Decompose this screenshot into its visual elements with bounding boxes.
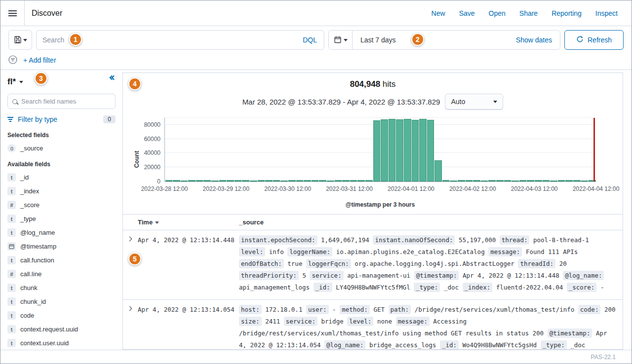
histogram-bar (488, 180, 496, 182)
field-name: call.function (20, 256, 54, 264)
field-item-context.user.uuid[interactable]: tcontext.user.uuid (7, 339, 116, 347)
refresh-button[interactable]: Refresh (564, 30, 624, 50)
histogram-bar (196, 180, 203, 182)
histogram-bar (365, 180, 373, 182)
source-field-name: _type: (541, 340, 567, 350)
histogram-bar (496, 180, 504, 182)
histogram-bar (396, 119, 403, 182)
available-fields-title: Available fields (7, 161, 116, 168)
nav-link-reporting[interactable]: Reporting (552, 9, 582, 17)
histogram-bar (519, 180, 527, 182)
source-field-name: size: (239, 317, 262, 326)
filter-count-badge: 0 (103, 115, 116, 123)
histogram-bar (242, 180, 249, 182)
histogram-chart: Count 020000400006000080000 2022-03-28 1… (164, 117, 596, 208)
doc-table-body: Apr 4, 2022 @ 12:13:14.448instant.epochS… (123, 230, 623, 350)
main: 804,948 hits Mar 28, 2022 @ 13:53:37.829… (122, 70, 632, 350)
version-label: PAS-22.1 (591, 354, 616, 361)
field-item-call.function[interactable]: tcall.function (7, 256, 116, 264)
field-item-@timestamp[interactable]: @timestamp (7, 242, 116, 251)
field-item-call.line[interactable]: #call.line (7, 270, 116, 278)
x-axis-tick-label: 2022-03-30 12:00 (264, 185, 311, 192)
dql-button[interactable]: DQL (296, 36, 324, 44)
field-item-_type[interactable]: t_type (7, 215, 116, 223)
nav-link-inspect[interactable]: Inspect (595, 9, 618, 17)
source-field-name: loggerName: (287, 247, 332, 256)
menu-button[interactable] (0, 0, 25, 26)
field-name: _score (20, 201, 40, 209)
expand-row-icon[interactable] (127, 237, 132, 242)
top-bar: Discover NewSaveOpenShareReportingInspec… (0, 0, 632, 26)
current-time-marker (593, 118, 595, 182)
histogram-bar (527, 180, 534, 182)
nav-link-save[interactable]: Save (459, 9, 475, 17)
field-name: code (20, 312, 34, 319)
histogram-plot: 020000400006000080000 (164, 117, 596, 182)
refresh-label: Refresh (588, 36, 612, 44)
hits-count: 804,948 (350, 79, 380, 89)
field-item-chunk[interactable]: tchunk (7, 284, 116, 292)
time-column-sort-button[interactable]: Time (138, 218, 159, 226)
source-field-name: level: (239, 247, 265, 256)
histogram-bar (165, 180, 173, 182)
source-field-name: service: (310, 271, 343, 280)
source-field-name: @timestamp: (548, 328, 592, 338)
field-item-_score[interactable]: #_score (7, 201, 116, 209)
field-name: _type (20, 215, 36, 222)
source-field-name: service: (284, 317, 317, 326)
nav-link-open[interactable]: Open (489, 9, 506, 17)
field-name: @log_name (20, 229, 55, 236)
histogram-bar (535, 180, 542, 182)
filter-by-type-button[interactable]: Filter by type 0 (7, 115, 116, 123)
field-item-chunk_id[interactable]: tchunk_id (7, 297, 116, 306)
histogram-bar (466, 180, 473, 182)
field-item-_id[interactable]: t_id (7, 173, 116, 182)
field-item-_source[interactable]: { }_source (7, 144, 116, 152)
histogram-bar (550, 181, 557, 182)
time-range-value[interactable]: Last 7 days (360, 36, 396, 44)
number-field-icon: # (7, 201, 16, 209)
saved-query-button[interactable] (8, 30, 32, 50)
callout-badge-2: 2 (411, 33, 424, 46)
source-field-name: user: (306, 305, 329, 314)
field-item-_index[interactable]: t_index (7, 187, 116, 195)
time-range-display: Mar 28, 2022 @ 13:53:37.829 - Apr 4, 202… (242, 98, 440, 106)
calendar-button[interactable] (329, 31, 353, 49)
field-item-@log_name[interactable]: t@log_name (7, 228, 116, 237)
histogram-bar (342, 180, 350, 182)
histogram-bar (296, 180, 304, 182)
histogram-bar (227, 180, 234, 182)
x-axis-tick-label: 2022-03-28 12:00 (141, 185, 188, 192)
hits-row: 804,948 hits (123, 79, 623, 89)
hamburger-icon (8, 13, 17, 14)
string-field-icon: t (7, 311, 16, 320)
row-source: instant.epochSecond: 1,649,067,194 insta… (239, 234, 623, 293)
nav-link-share[interactable]: Share (519, 9, 538, 17)
interval-select[interactable]: Auto (445, 94, 503, 109)
histogram-bar (219, 180, 227, 182)
histogram-bar (273, 180, 280, 182)
expand-row-icon[interactable] (127, 306, 132, 311)
string-field-icon: t (7, 284, 16, 292)
collapse-sidebar-button[interactable] (110, 75, 116, 79)
callout-badge-4: 4 (128, 77, 141, 90)
source-field-name: @timestamp: (414, 271, 459, 280)
x-axis-ticks: 2022-03-28 12:002022-03-29 12:002022-03-… (164, 185, 596, 193)
field-name: chunk (20, 284, 38, 291)
nav-link-new[interactable]: New (432, 9, 445, 17)
source-field-name: _type: (414, 283, 440, 292)
show-dates-link[interactable]: Show dates (516, 36, 560, 44)
string-field-icon: t (7, 325, 16, 333)
field-item-code[interactable]: tcode (7, 311, 116, 320)
index-pattern-select[interactable]: fl* (7, 77, 23, 87)
add-filter-link[interactable]: + Add filter (23, 56, 56, 64)
source-field-name: thread: (500, 235, 530, 245)
histogram-bar (250, 181, 257, 182)
field-search-input[interactable] (21, 98, 111, 105)
source-field-name: message: (488, 247, 522, 256)
source-field-name: level: (347, 317, 373, 326)
y-axis-tick-label: 0 (157, 178, 160, 185)
index-pattern-row: fl* (7, 75, 116, 87)
doc-table-header: Time _source (123, 215, 623, 230)
field-item-context.request.uuid[interactable]: tcontext.request.uuid (7, 325, 116, 333)
